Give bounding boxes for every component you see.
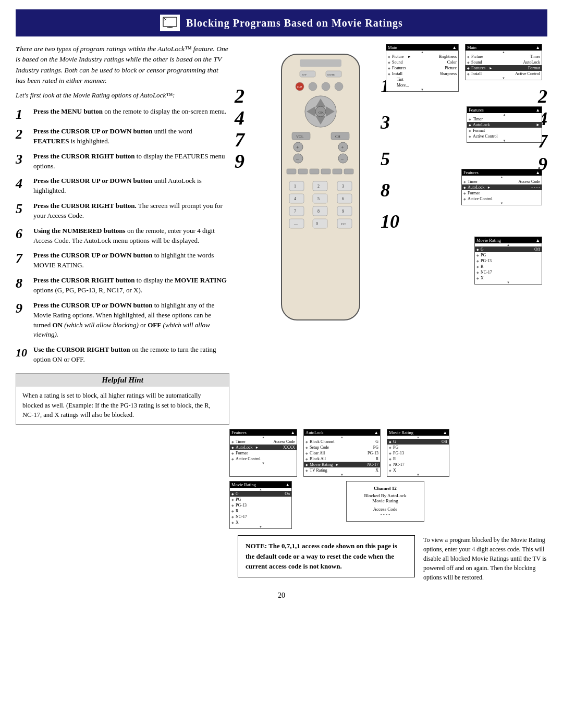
main-layout: There are two types of program ratings w… <box>0 44 563 425</box>
step-num-overlay-8: 8 <box>381 179 390 201</box>
svg-text:2: 2 <box>317 184 320 189</box>
svg-text:3: 3 <box>342 184 344 189</box>
svg-text:8: 8 <box>317 209 320 214</box>
step-num-8: 8 <box>16 277 29 290</box>
menu-main-2: Main▲ ▲ ◆PictureTimer ◆SoundAutoLock ◆Fe… <box>465 44 542 80</box>
step-6: 6 Using the NUMBERED buttons on the remo… <box>16 226 229 246</box>
svg-text:O/P: O/P <box>302 73 307 76</box>
step-num-overlay-3: 3 <box>381 112 390 133</box>
svg-rect-44 <box>313 194 327 203</box>
svg-rect-4 <box>300 59 341 67</box>
step-num-6: 6 <box>16 227 29 241</box>
svg-rect-38 <box>344 169 353 174</box>
step-num-overlay-5: 5 <box>381 148 390 170</box>
step-num-9: 9 <box>16 302 29 315</box>
svg-point-12 <box>335 82 343 91</box>
step-content-5: Press the CURSOR RIGHT button. The scree… <box>33 201 229 221</box>
svg-text:+: + <box>296 144 299 150</box>
step-content-3: Press the CURSOR RIGHT button to display… <box>33 152 229 171</box>
step-content-6: Using the NUMBERED buttons on the remote… <box>33 226 229 246</box>
svg-rect-58 <box>313 219 327 228</box>
svg-rect-35 <box>310 169 319 174</box>
step-4: 4 Press the CURSOR UP or DOWN button unt… <box>16 176 229 196</box>
svg-rect-37 <box>333 169 342 174</box>
svg-text:+: + <box>341 144 344 150</box>
svg-text:OK: OK <box>319 110 324 115</box>
hint-title: Helpful Hint <box>16 374 229 387</box>
side-note: To view a program blocked by the Movie R… <box>423 535 547 582</box>
header-title: Blocking Programs Based on Movie Ratings <box>186 17 403 29</box>
svg-point-10 <box>309 82 317 91</box>
page: Blocking Programs Based on Movie Ratings… <box>0 9 563 605</box>
menu-autolock-xxxx: Features▲ ▲ ◆TimerAccess Code ◆AutoLock►… <box>229 429 297 477</box>
blocked-screen: Channel 12 Blocked By AutoLock Movie Rat… <box>346 481 424 522</box>
step-5: 5 Press the CURSOR RIGHT button. The scr… <box>16 201 229 221</box>
step-content-1: Press the MENU button on the remote to d… <box>33 107 226 117</box>
menu-features-access: Features▲ ▲ ◆TimerAccess Code ◆AutoLock►… <box>461 169 542 205</box>
intro-sub: Let's first look at the Movie Rating opt… <box>16 91 229 100</box>
page-header: Blocking Programs Based on Movie Ratings <box>16 9 547 36</box>
step-content-10: Use the CURSOR RIGHT button on the remot… <box>33 345 229 365</box>
svg-text:MUTE: MUTE <box>327 73 335 76</box>
step-2: 2 Press the CURSOR UP or DOWN button unt… <box>16 127 229 146</box>
tv-icon <box>162 16 178 30</box>
svg-rect-55 <box>337 206 352 216</box>
svg-text:CC: CC <box>341 222 346 226</box>
menu-movie-rating-on: Movie Rating▲ ▲ ◆GOn ◆PG ◆PG-13 ◆R ◆NC-1… <box>229 481 292 529</box>
svg-rect-36 <box>321 169 331 174</box>
step-content-8: Press the CURSOR RIGHT button to display… <box>33 276 229 295</box>
bottom-full-row: NOTE: The 0,7,1,1 access code shown on t… <box>0 529 563 582</box>
step-num-overlay-10: 10 <box>381 211 399 232</box>
svg-text:6: 6 <box>342 196 344 201</box>
menu-features-1: Features▲ ▲ ◆Timer ◆AutoLock► ◆Format ◆A… <box>467 106 542 143</box>
svg-text:5: 5 <box>317 196 320 201</box>
svg-rect-39 <box>289 181 304 191</box>
svg-text:CH: CH <box>335 134 340 139</box>
svg-text:1: 1 <box>294 184 296 189</box>
right-column: 2479 O/P MUTE <box>229 44 553 425</box>
menu-autolock-main: AutoLock▲ ▲ ◆Block ChannelG ◆Setup CodeP… <box>303 429 381 477</box>
hint-box: Helpful Hint When a rating is set to blo… <box>16 373 229 425</box>
svg-rect-40 <box>313 181 327 191</box>
svg-rect-47 <box>289 206 304 216</box>
step-num-5: 5 <box>16 202 29 216</box>
step-content-9: Press the CURSOR UP or DOWN button to hi… <box>33 301 229 340</box>
svg-rect-33 <box>287 169 296 174</box>
step-1: 1 Press the MENU button on the remote to… <box>16 107 229 121</box>
step-num-7: 7 <box>16 252 29 265</box>
svg-point-11 <box>322 82 330 91</box>
svg-rect-53 <box>337 194 352 203</box>
svg-rect-34 <box>298 169 308 174</box>
step-num-1: 1 <box>16 108 29 121</box>
header-icon <box>160 15 180 31</box>
step-9: 9 Press the CURSOR UP or DOWN button to … <box>16 301 229 340</box>
step-7: 7 Press the CURSOR UP or DOWN button to … <box>16 251 229 270</box>
svg-text:0: 0 <box>316 221 318 226</box>
svg-text:—: — <box>293 222 298 226</box>
note-text: NOTE: The 0,7,1,1 access code shown on t… <box>246 542 397 570</box>
step-num-4: 4 <box>16 177 29 191</box>
svg-text:–: – <box>296 156 299 162</box>
intro-paragraph: There are two types of program ratings w… <box>16 44 229 86</box>
svg-text:7: 7 <box>294 209 296 214</box>
svg-rect-51 <box>337 181 352 191</box>
remote-area: 2479 O/P MUTE <box>229 44 553 409</box>
remote-svg-area: O/P MUTE O/P <box>271 49 370 343</box>
svg-rect-0 <box>163 17 177 27</box>
svg-text:VOL: VOL <box>296 134 303 139</box>
remote-control-svg: O/P MUTE O/P <box>271 49 370 341</box>
menu-movie-rating-2: Movie Rating▲ ▲ ◆GOff ◆PG ◆PG-13 ◆R ◆NC-… <box>474 237 542 285</box>
menu-movie-rating-off: Movie Rating▲ ▲ ◆GOff ◆PG ◆PG-13 ◆R ◆NC-… <box>387 429 449 477</box>
step-num-2: 2 <box>16 128 29 141</box>
svg-text:4: 4 <box>294 196 296 201</box>
svg-text:–: – <box>340 156 344 162</box>
page-number: 20 <box>0 591 563 605</box>
svg-rect-43 <box>289 194 304 203</box>
step-3: 3 Press the CURSOR RIGHT button to displ… <box>16 152 229 171</box>
bottom-menus-row-2: Movie Rating▲ ▲ ◆GOn ◆PG ◆PG-13 ◆R ◆NC-1… <box>0 481 563 529</box>
svg-rect-48 <box>313 206 327 216</box>
svg-text:9: 9 <box>342 209 344 214</box>
step-content-2: Press the CURSOR UP or DOWN button until… <box>33 127 229 146</box>
step-content-4: Press the CURSOR UP or DOWN button until… <box>33 176 229 196</box>
step-num-3: 3 <box>16 153 29 166</box>
